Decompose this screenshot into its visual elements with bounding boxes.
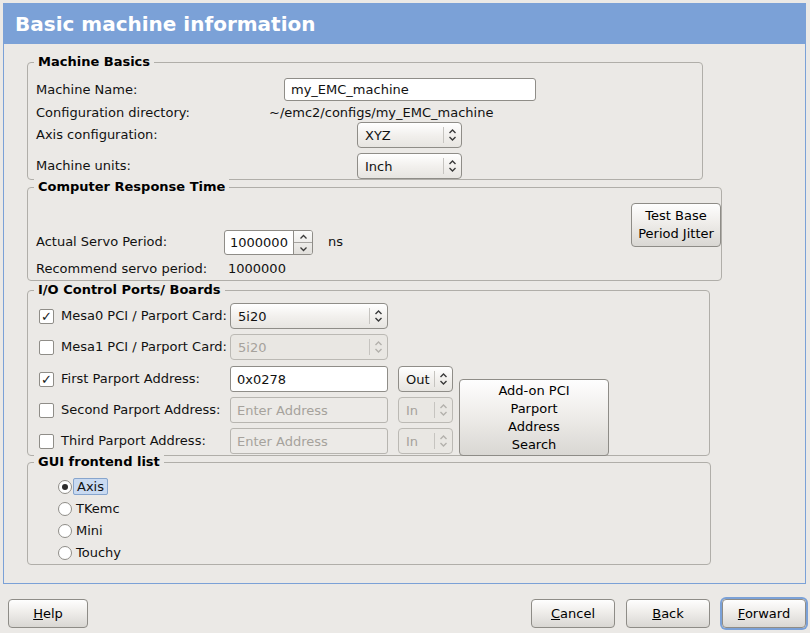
servo-period-input[interactable] xyxy=(225,231,293,254)
second-parport-direction-value: In xyxy=(399,403,434,418)
spin-up-icon[interactable] xyxy=(294,231,312,243)
third-parport-address-input xyxy=(230,428,388,454)
mesa1-label[interactable]: Mesa1 PCI / Parport Card: xyxy=(61,339,227,355)
recommend-period-value: 1000000 xyxy=(228,261,286,277)
radio-touchy[interactable] xyxy=(58,546,72,560)
mesa1-card-value: 5i20 xyxy=(231,340,369,355)
third-parport-direction-value: In xyxy=(399,434,434,449)
help-button[interactable]: Help xyxy=(8,599,88,628)
first-parport-address-input[interactable] xyxy=(230,366,388,392)
page-header: Basic machine information xyxy=(4,4,805,44)
radio-axis[interactable] xyxy=(58,480,72,494)
first-parport-label[interactable]: First Parport Address: xyxy=(61,371,200,387)
page-title: Basic machine information xyxy=(15,12,316,36)
machine-name-label: Machine Name: xyxy=(36,82,137,98)
radio-mini[interactable] xyxy=(58,524,72,538)
gui-frontend-group: GUI frontend list Axis TKemc Mini Touchy xyxy=(27,462,711,565)
mesa1-checkbox[interactable] xyxy=(39,340,54,355)
config-dir-label: Configuration directory: xyxy=(36,105,190,121)
second-parport-direction-combobox: In xyxy=(398,397,453,423)
axis-config-combobox[interactable]: XYZ xyxy=(357,122,462,148)
radio-tkemc[interactable] xyxy=(58,502,72,516)
third-parport-label[interactable]: Third Parport Address: xyxy=(61,433,206,449)
radio-mini-label[interactable]: Mini xyxy=(76,523,103,539)
axis-config-label: Axis configuration: xyxy=(36,127,158,143)
radio-tkemc-label[interactable]: TKemc xyxy=(76,501,120,517)
mesa0-card-value: 5i20 xyxy=(231,309,369,324)
mesa1-card-combobox: 5i20 xyxy=(230,334,388,360)
servo-period-units: ns xyxy=(328,234,343,250)
servo-period-spinner[interactable] xyxy=(224,230,313,255)
machine-basics-group: Machine Basics Machine Name: Configurati… xyxy=(27,62,703,180)
config-dir-value: ~/emc2/configs/my_EMC_machine xyxy=(269,105,493,121)
forward-button[interactable]: Forward xyxy=(722,599,806,628)
response-time-group-title: Computer Response Time xyxy=(34,179,229,195)
addon-pci-parport-search-button[interactable]: Add-on PCI Parport Address Search xyxy=(459,379,609,456)
test-base-period-jitter-button[interactable]: Test Base Period Jitter xyxy=(631,203,721,247)
second-parport-address-input xyxy=(230,397,388,423)
updown-chevron-icon xyxy=(370,340,387,354)
gui-frontend-group-title: GUI frontend list xyxy=(34,454,164,470)
response-time-group: Computer Response Time Test Base Period … xyxy=(27,187,722,281)
first-parport-direction-combobox[interactable]: Out xyxy=(398,366,453,392)
machine-name-input[interactable] xyxy=(284,78,536,101)
axis-config-value: XYZ xyxy=(358,128,443,143)
updown-chevron-icon xyxy=(444,128,461,142)
updown-chevron-icon xyxy=(370,309,387,323)
io-ports-group: I/O Control Ports/ Boards Mesa0 PCI / Pa… xyxy=(27,290,710,456)
servo-period-label: Actual Servo Period: xyxy=(36,234,167,250)
spin-down-icon[interactable] xyxy=(294,243,312,254)
second-parport-checkbox[interactable] xyxy=(39,403,54,418)
updown-chevron-icon xyxy=(435,372,452,386)
back-button[interactable]: Back xyxy=(626,599,710,628)
first-parport-checkbox[interactable] xyxy=(39,372,54,387)
wizard-window: Basic machine information Machine Basics… xyxy=(0,0,810,633)
cancel-button[interactable]: Cancel xyxy=(531,599,615,628)
mesa0-checkbox[interactable] xyxy=(39,309,54,324)
updown-chevron-icon xyxy=(435,403,452,417)
machine-units-label: Machine units: xyxy=(36,158,131,174)
third-parport-checkbox[interactable] xyxy=(39,434,54,449)
io-ports-group-title: I/O Control Ports/ Boards xyxy=(34,282,225,298)
updown-chevron-icon xyxy=(435,434,452,448)
mesa0-label[interactable]: Mesa0 PCI / Parport Card: xyxy=(61,308,227,324)
radio-touchy-label[interactable]: Touchy xyxy=(76,545,121,561)
machine-units-combobox[interactable]: Inch xyxy=(357,153,462,179)
radio-axis-label[interactable]: Axis xyxy=(76,479,108,495)
machine-basics-group-title: Machine Basics xyxy=(34,54,154,70)
second-parport-label[interactable]: Second Parport Address: xyxy=(61,402,220,418)
machine-units-value: Inch xyxy=(358,159,443,174)
first-parport-direction-value: Out xyxy=(399,372,434,387)
third-parport-direction-combobox: In xyxy=(398,428,453,454)
recommend-period-label: Recommend servo period: xyxy=(36,261,207,277)
updown-chevron-icon xyxy=(444,159,461,173)
mesa0-card-combobox[interactable]: 5i20 xyxy=(230,303,388,329)
